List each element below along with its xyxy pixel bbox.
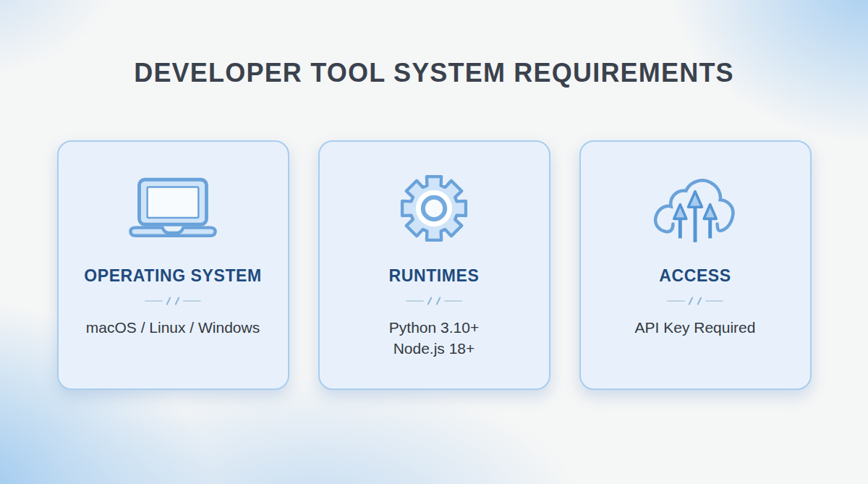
detail-line: macOS / Linux / Windows: [86, 318, 260, 339]
card-operating-system: OPERATING SYSTEM macOS / Linux / Windows: [57, 140, 289, 390]
card-detail-text: Python 3.10+ Node.js 18+: [389, 318, 479, 359]
divider-ornament: [406, 296, 462, 306]
cloud-upload-arrows-icon: [650, 172, 741, 245]
card-runtimes: RUNTIMES Python 3.10+ Node.js 18+: [318, 140, 550, 390]
divider-ornament: [145, 296, 201, 306]
detail-line: Python 3.10+: [389, 318, 479, 339]
gear-icon: [396, 172, 472, 245]
infographic-canvas: DEVELOPER TOOL SYSTEM REQUIREMENTS OPERA…: [0, 58, 868, 484]
card-title: OPERATING SYSTEM: [84, 266, 262, 286]
page-title: DEVELOPER TOOL SYSTEM REQUIREMENTS: [0, 58, 868, 88]
card-detail-text: macOS / Linux / Windows: [86, 318, 260, 339]
card-detail-text: API Key Required: [635, 318, 756, 339]
detail-line: API Key Required: [635, 318, 756, 339]
card-title: ACCESS: [659, 266, 731, 286]
cards-row: OPERATING SYSTEM macOS / Linux / Windows…: [0, 140, 868, 390]
laptop-icon: [128, 172, 218, 245]
divider-ornament: [667, 296, 723, 306]
detail-line: Node.js 18+: [389, 339, 479, 360]
card-title: RUNTIMES: [389, 266, 480, 286]
card-access: ACCESS API Key Required: [579, 140, 812, 390]
